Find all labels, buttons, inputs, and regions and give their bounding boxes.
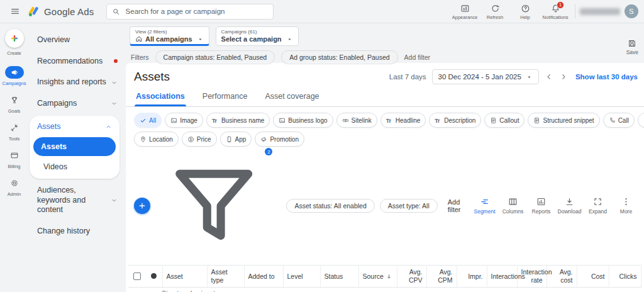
sidenav-item-campaigns[interactable]: Campaigns [28, 93, 126, 115]
help-button[interactable]: Help [510, 3, 540, 20]
rail-item-tools[interactable]: Tools [5, 121, 24, 142]
sidenav-item-assets[interactable]: Assets [30, 116, 119, 138]
column-header-interactions[interactable]: Interactions [487, 266, 517, 287]
select-all-checkbox[interactable] [133, 272, 141, 280]
show-last-30-days-link[interactable]: Show last 30 days [575, 73, 638, 81]
previous-period-button[interactable] [545, 72, 553, 81]
reports-icon [536, 197, 546, 206]
column-header-status[interactable]: Status [320, 266, 358, 287]
scope-bar: View (2 filters) All campaigns Campaigns… [126, 23, 644, 63]
notifications-button[interactable]: Notifications1 [540, 3, 570, 20]
asset-type-chip-app[interactable]: App [220, 132, 252, 147]
column-header-asset-type[interactable]: Asset type [207, 266, 244, 287]
sidenav-item-videos[interactable]: Videos [30, 156, 119, 175]
refresh-button[interactable]: Refresh [480, 3, 510, 20]
asset-type-chip-price[interactable]: Price [182, 132, 217, 147]
call-icon [609, 117, 616, 124]
tab-asset-coverage[interactable]: Asset coverage [264, 87, 320, 106]
text-format-icon: Tr [435, 117, 441, 124]
expand-icon [593, 197, 602, 206]
reports-button[interactable]: Reports [527, 197, 555, 215]
asset-type-chip-description[interactable]: TrDescription [429, 113, 481, 128]
asset-type-chip-structured-snippet[interactable]: Structured snippet [528, 113, 599, 128]
asset-type-chip-callout[interactable]: Callout [484, 113, 525, 128]
asset-type-chip-business-name[interactable]: TrBusiness name [206, 113, 270, 128]
segment-button[interactable]: Segment [470, 197, 499, 215]
topbar: Google Ads AppearanceRefreshHelpNotifica… [0, 0, 644, 23]
add-filter-button-table[interactable]: Add filter [448, 198, 464, 213]
create-plus-icon [5, 29, 24, 48]
avatar[interactable]: S [625, 4, 638, 18]
add-asset-button[interactable] [134, 198, 150, 214]
date-preset-label: Last 7 days [389, 73, 426, 81]
search-input[interactable] [125, 7, 268, 16]
tab-performance[interactable]: Performance [201, 87, 249, 106]
megaphone-icon [5, 66, 24, 79]
column-header-clicks[interactable]: Clicks [609, 266, 641, 287]
column-header-source[interactable]: Source [358, 266, 397, 287]
sidenav-item-recommendations[interactable]: Recommendations [28, 51, 126, 72]
rail-item-create[interactable]: Create [5, 29, 24, 56]
chevron-down-icon [111, 79, 118, 86]
column-header-avg-cpm[interactable]: Avg. CPM [426, 266, 457, 287]
topbar-actions: AppearanceRefreshHelpNotifications1 [450, 3, 570, 20]
doc-icon [533, 117, 540, 124]
caret-down-icon [197, 36, 204, 43]
add-filter-button[interactable]: Add filter [404, 53, 430, 61]
check-icon [140, 117, 147, 124]
more-button[interactable]: More [612, 197, 640, 215]
column-header-impr[interactable]: Impr. [457, 266, 487, 287]
column-header-cost[interactable]: Cost [577, 266, 609, 287]
toolbar-chip-asset-status[interactable]: Asset status: All enabled [286, 199, 374, 213]
refresh-icon [491, 4, 500, 13]
sidenav-item-insights-and-reports[interactable]: Insights and reports [28, 72, 126, 93]
asset-type-chip-sitelink[interactable]: Sitelink [336, 113, 377, 128]
rail-item-campaigns[interactable]: Campaigns [3, 66, 26, 86]
column-header-added-to[interactable]: Added to [244, 266, 283, 287]
asset-type-chip-business-logo[interactable]: Business logo [273, 113, 333, 128]
next-period-button[interactable] [559, 72, 568, 81]
image-icon [170, 117, 177, 124]
app-body: CreateCampaignsGoalsToolsBillingAdmin Ov… [0, 23, 644, 292]
sitelink-icon [342, 117, 349, 124]
asset-type-chip-image[interactable]: Image [165, 113, 203, 128]
tab-associations[interactable]: Associations [135, 87, 186, 106]
divider [575, 4, 575, 18]
sidenav-item-audiences-keywords-and-content[interactable]: Audiences, keywords and content [28, 180, 126, 221]
menu-icon[interactable] [6, 2, 25, 21]
rail-item-goals[interactable]: Goals [5, 94, 24, 114]
google-ads-app: Google Ads AppearanceRefreshHelpNotifica… [0, 0, 644, 292]
caret-down-icon [526, 74, 533, 81]
sidenav-item-assets-selected[interactable]: Assets [33, 137, 116, 156]
asset-type-chip-call[interactable]: Call [603, 113, 635, 128]
toolbar-chip-asset-type[interactable]: Asset type: All [380, 199, 438, 213]
filter-chip-ad-group-status[interactable]: Ad group status: Enabled, Paused [281, 50, 397, 64]
rail-item-admin[interactable]: Admin [5, 177, 24, 197]
save-button[interactable]: Save [626, 39, 638, 55]
column-header-level[interactable]: Level [283, 266, 320, 287]
appearance-button[interactable]: Appearance [450, 3, 480, 20]
view-filter-dropdown[interactable]: View (2 filters) All campaigns [130, 26, 209, 46]
status-dot-column-header [146, 266, 162, 287]
sidenav-item-change-history[interactable]: Change history [28, 221, 126, 242]
columns-button[interactable]: Columns [499, 197, 527, 215]
asset-type-chip-lead-form[interactable]: Lead form [638, 113, 644, 128]
date-range-dropdown[interactable]: 30 Dec 2024 - 5 Jan 2025 [432, 69, 539, 84]
column-header-asset[interactable]: Asset [162, 266, 207, 287]
asset-type-chip-location[interactable]: Location [134, 132, 179, 147]
asset-type-chip-all[interactable]: All [134, 113, 162, 128]
asset-type-chip-headline[interactable]: TrHeadline [380, 113, 426, 128]
search-bar[interactable] [106, 4, 274, 20]
assets-panel: Assets Last 7 days 30 Dec 2024 - 5 Jan 2… [126, 63, 644, 292]
campaign-select-dropdown[interactable]: Campaigns (61) Select a campaign [216, 26, 299, 46]
sidenav-item-overview[interactable]: Overview [28, 30, 126, 51]
asset-type-chip-promotion[interactable]: Promotion [255, 132, 304, 147]
main-content: View (2 filters) All campaigns Campaigns… [126, 23, 644, 292]
filter-chip-campaign-status[interactable]: Campaign status: Enabled, Paused [155, 50, 275, 64]
filter-funnel-button[interactable]: 2 [159, 151, 269, 261]
side-nav: OverviewRecommendationsInsights and repo… [28, 23, 126, 292]
column-header-avg-cpv[interactable]: Avg. CPV [397, 266, 426, 287]
download-button[interactable]: Download [555, 197, 584, 215]
rail-item-billing[interactable]: Billing [5, 149, 24, 169]
expand-button[interactable]: Expand [584, 197, 612, 215]
